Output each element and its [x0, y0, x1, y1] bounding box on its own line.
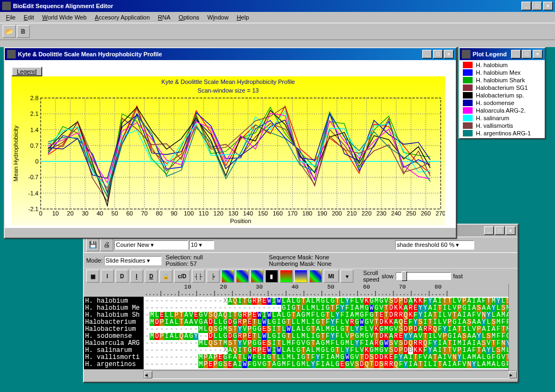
main-toolbar: 📂 🗎 [0, 23, 555, 40]
menu-accesory-application[interactable]: Accesory Application [91, 13, 154, 22]
menu-options[interactable]: Options [175, 13, 203, 22]
new-button[interactable]: 🗎 [17, 25, 30, 38]
app-title: BioEdit Sequence Alignment Editor [13, 3, 113, 9]
menu-world-wide-web[interactable]: World Wide Web [38, 13, 91, 22]
menu-file[interactable]: File [2, 13, 20, 22]
menu-rna[interactable]: RNA [154, 13, 174, 22]
minimize-button[interactable]: _ [521, 2, 531, 10]
close-button[interactable]: × [543, 2, 553, 10]
main-titlebar: BioEdit Sequence Alignment Editor _ □ × [0, 0, 555, 12]
maximize-button[interactable]: □ [532, 2, 542, 10]
app-icon [2, 2, 11, 10]
open-button[interactable]: 📂 [3, 25, 16, 38]
menu-help[interactable]: Help [233, 13, 253, 22]
menu-edit[interactable]: Edit [20, 13, 38, 22]
menu-window[interactable]: Window [204, 13, 233, 22]
menubar: FileEditWorld Wide WebAccesory Applicati… [0, 12, 555, 23]
